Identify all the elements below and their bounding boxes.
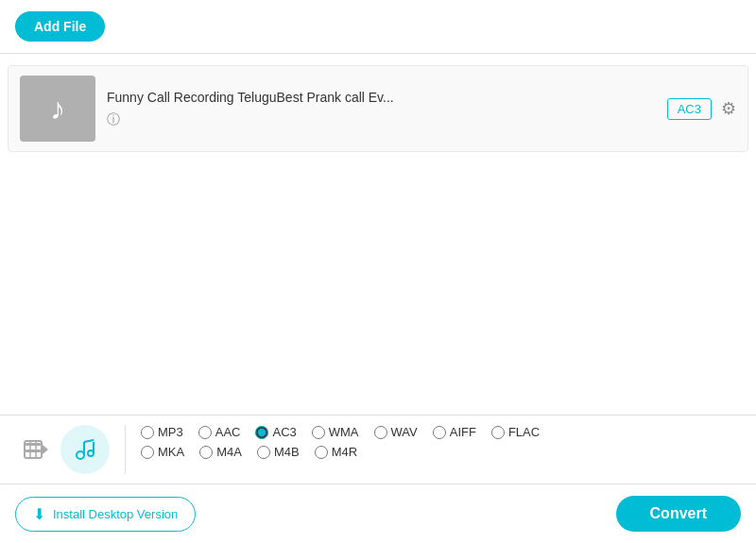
file-name: Funny Call Recording TeluguBest Prank ca…: [107, 90, 656, 105]
add-file-button[interactable]: Add File: [15, 11, 105, 42]
format-label-aiff: AIFF: [450, 425, 476, 439]
format-option-m4b[interactable]: M4B: [257, 445, 300, 459]
format-label-flac: FLAC: [508, 425, 540, 439]
format-radio-mka[interactable]: [141, 446, 154, 459]
music-note-icon: ♪: [50, 92, 65, 127]
file-item: ♪ Funny Call Recording TeluguBest Prank …: [8, 65, 748, 152]
audio-type-button[interactable]: [60, 425, 110, 474]
format-radio-wav[interactable]: [374, 426, 387, 439]
format-row-1: MP3 AAC AC3 WMA WAV: [141, 425, 745, 439]
format-radio-m4a[interactable]: [199, 446, 213, 459]
format-selector: MP3 AAC AC3 WMA WAV: [0, 416, 756, 484]
format-label-mka: MKA: [158, 445, 184, 459]
toolbar: Add File: [0, 0, 756, 54]
svg-marker-5: [43, 445, 48, 454]
svg-rect-1: [26, 443, 41, 446]
format-options: MP3 AAC AC3 WMA WAV: [141, 425, 745, 459]
format-radio-flac[interactable]: [491, 426, 505, 439]
action-bar: ⬇ Install Desktop Version Convert: [0, 484, 756, 543]
format-option-wma[interactable]: WMA: [312, 425, 359, 439]
format-label-m4a: M4A: [216, 445, 242, 459]
format-row-2: MKA M4A M4B M4R: [141, 445, 745, 459]
format-badge[interactable]: AC3: [667, 98, 712, 120]
main-content: ♪ Funny Call Recording TeluguBest Prank …: [0, 54, 756, 415]
format-radio-ac3[interactable]: [255, 426, 268, 439]
video-icon: [23, 436, 49, 463]
video-type-button[interactable]: [11, 425, 60, 474]
convert-button[interactable]: Convert: [616, 496, 741, 532]
format-label-m4r: M4R: [332, 445, 357, 459]
format-label-m4b: M4B: [274, 445, 300, 459]
format-radio-wma[interactable]: [312, 426, 325, 439]
format-label-wma: WMA: [329, 425, 359, 439]
format-label-wav: WAV: [391, 425, 418, 439]
format-option-mka[interactable]: MKA: [141, 445, 184, 459]
format-option-m4a[interactable]: M4A: [199, 445, 242, 459]
svg-point-6: [77, 451, 84, 459]
media-type-icons: [11, 425, 126, 474]
audio-icon: [72, 436, 98, 463]
install-label: Install Desktop Version: [53, 507, 178, 521]
settings-icon[interactable]: ⚙: [721, 98, 736, 119]
svg-rect-2: [26, 450, 41, 452]
svg-line-10: [84, 440, 94, 442]
format-radio-m4b[interactable]: [257, 446, 270, 459]
info-icon[interactable]: ⓘ: [107, 111, 120, 127]
format-label-ac3: AC3: [272, 425, 296, 439]
format-radio-m4r[interactable]: [315, 446, 328, 459]
format-option-m4r[interactable]: M4R: [315, 445, 357, 459]
file-info: Funny Call Recording TeluguBest Prank ca…: [95, 90, 667, 128]
format-option-wav[interactable]: WAV: [374, 425, 418, 439]
file-actions: AC3 ⚙: [667, 98, 736, 120]
format-label-aac: AAC: [215, 425, 241, 439]
format-option-aac[interactable]: AAC: [198, 425, 241, 439]
format-radio-aiff[interactable]: [433, 426, 446, 439]
format-option-ac3[interactable]: AC3: [255, 425, 296, 439]
file-thumbnail: ♪: [20, 76, 95, 142]
download-icon: ⬇: [33, 505, 45, 523]
format-option-flac[interactable]: FLAC: [491, 425, 540, 439]
format-radio-mp3[interactable]: [141, 426, 154, 439]
format-radio-aac[interactable]: [198, 426, 212, 439]
format-option-mp3[interactable]: MP3: [141, 425, 183, 439]
bottom-panel: MP3 AAC AC3 WMA WAV: [0, 415, 756, 543]
install-desktop-button[interactable]: ⬇ Install Desktop Version: [15, 497, 196, 532]
format-label-mp3: MP3: [158, 425, 183, 439]
format-option-aiff[interactable]: AIFF: [433, 425, 476, 439]
